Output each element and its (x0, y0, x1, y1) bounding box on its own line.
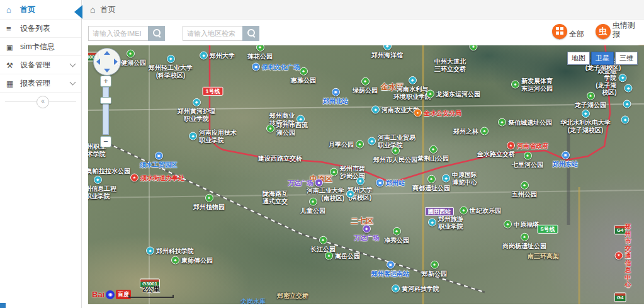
map-marker-park[interactable]: ♣郑新公园 (422, 261, 447, 278)
map-type-satellite[interactable]: 卫星 (591, 52, 614, 65)
map-canvas[interactable]: ♣天健湖公园♣莲花公园◆郑州大学▣保利文化广场◆郑州轻工业大学 (科学校区)♣惠… (88, 45, 644, 304)
sidebar-item-device-mgmt[interactable]: 设备管理 (0, 56, 81, 74)
map-type-control: 地图 卫星 三维 (566, 52, 638, 65)
map-marker-label: 嵩岳公园 (335, 252, 360, 260)
map-marker-park[interactable]: ♣嵩岳公园 (325, 252, 360, 260)
map-marker-park[interactable]: ♣月季公园 (329, 140, 364, 149)
map-marker-school[interactable]: ◆河南农业大学 (371, 106, 419, 114)
map-marker-park[interactable]: ♣郑州市西流 湖公园 (266, 122, 308, 136)
map-marker-badge-red[interactable]: 1号线 (202, 86, 223, 96)
map-marker-school[interactable]: ◆ (621, 116, 630, 124)
map-marker-road-tan[interactable]: 南三环高架 (528, 251, 559, 260)
map-marker-park[interactable]: ♣郑州市人民公园 (373, 147, 417, 164)
map-marker-park[interactable]: ♣新发展体育 东运河公园 (511, 77, 553, 92)
map-marker-road[interactable]: 中州大道北 三环立交桥 (434, 57, 466, 72)
zoom-out-button[interactable]: − (100, 136, 111, 147)
map-marker-poi-red[interactable]: ●金水公安分局 (414, 109, 461, 117)
map-marker-road[interactable]: 陇海路互 通式立交 (263, 189, 288, 205)
sidebar-item-home[interactable]: 首页 (0, 0, 81, 20)
map-type-3d[interactable]: 三维 (615, 52, 638, 65)
map-marker-road[interactable]: 金水路立交桥 (477, 149, 515, 158)
map-marker-park[interactable]: ♣ (470, 45, 478, 51)
map-marker-label: 金水路立交桥 (477, 151, 515, 158)
map-marker-station[interactable]: ▣郑州东站 (553, 151, 578, 168)
map-marker-park[interactable]: ♣龙湖东运河公园 (426, 90, 480, 98)
map-marker-poi-blue[interactable]: ▣须水工贸园区 (140, 152, 178, 169)
sidebar-item-report-mgmt[interactable]: 报表管理 (0, 74, 81, 93)
map-marker-school[interactable]: ◆郑州旅游 职业学院 (428, 215, 463, 230)
imei-search-button[interactable] (148, 26, 165, 41)
zoom-slider-track[interactable] (103, 87, 109, 135)
map-marker-label: 郑州轻工业大学 (科学校区) (149, 64, 193, 79)
map-marker-park[interactable]: ♣郑州之林 (453, 127, 489, 135)
sidebar-item-sim-info[interactable]: sim卡信息 (0, 38, 81, 56)
park-pin-icon: ♣ (460, 207, 468, 215)
map-marker-school[interactable]: ◆ (624, 84, 633, 93)
map-marker-school[interactable]: ◆河南应用技术 职业学院 (189, 129, 237, 144)
map-marker-park[interactable]: ♣紫荆山公园 (417, 145, 449, 163)
map-marker-label: 新发展体育 东运河公园 (521, 77, 553, 92)
legend-all[interactable]: 全部 (552, 24, 584, 39)
map-marker-station[interactable]: ▣郑州站 (376, 179, 405, 187)
map-marker-road-tan[interactable]: 郑密立交桥 (277, 291, 308, 300)
map-marker-park[interactable]: ♣惠雅公园 (291, 67, 316, 84)
map-marker-park[interactable]: ♣郑州植物园 (193, 194, 225, 211)
map-marker-park[interactable]: ♣康师傅公园 (171, 256, 213, 265)
zoom-slider-handle[interactable] (100, 97, 111, 104)
map-marker-school[interactable]: ◆郑州信息工程 职业学院 (88, 176, 116, 200)
map-type-map[interactable]: 地图 (567, 52, 590, 65)
map-marker-bus[interactable]: ▣郑州客运南站 (371, 261, 409, 278)
map-marker-star[interactable]: ★须水街道办事处 (130, 174, 184, 182)
map-marker-label: 河南水利与 环境职业学院 (393, 86, 431, 100)
map-marker-park[interactable]: ♣儿童公园 (300, 198, 325, 215)
map-marker-school[interactable]: ◆华北水利水电大学 (龙子湖校区) (560, 110, 611, 134)
region-search-button[interactable] (242, 26, 259, 41)
map-marker-road[interactable]: 建设西路立交桥 (258, 154, 302, 163)
map-marker-school[interactable]: ◆郑州黄河护理 职业学院 (178, 98, 215, 122)
sidebar-item-device-list[interactable]: 设备列表 (0, 20, 81, 38)
map-marker-park[interactable]: ♣净秀公园 (384, 227, 409, 244)
map-marker-star[interactable]: ★郑州市交通 信息中心 (615, 223, 635, 288)
map-marker-label-white[interactable]: 奥帕拉拉水公园 (88, 166, 130, 175)
map-marker-school[interactable]: ◆郑州轻工业大学 (科学校区) (149, 55, 193, 79)
park-pin-icon: ♣ (393, 227, 401, 236)
map-marker-star[interactable]: ★河南省政府 (507, 142, 548, 150)
poi-blue-pin-icon: ▣ (252, 63, 260, 71)
map-marker-badge-purple[interactable]: 圃田西站 (425, 206, 454, 216)
map-marker-school[interactable]: ◆郑州科技学院 (146, 247, 194, 255)
map-marker-plaza[interactable]: ◆万达广场 (288, 179, 323, 187)
map-marker-park[interactable]: ♣尚岗杨遗址公园 (502, 233, 546, 250)
map-marker-label: 郑州植物园 (193, 203, 225, 211)
park-pin-icon: ♣ (427, 175, 436, 183)
map-marker-station[interactable]: ▣郑州北站 (323, 88, 348, 105)
map-marker-park[interactable]: ♣莲花公园 (247, 45, 273, 60)
map-marker-park[interactable]: ♣七里河公园 (512, 152, 543, 169)
map-marker-badge-green[interactable]: 5号线 (537, 224, 558, 234)
map-marker-school[interactable]: ◆河南水利与 环境职业学院 (393, 76, 431, 100)
map-marker-school[interactable]: ◆黄河科技学院 (392, 285, 439, 293)
baidu-logo: Bai ◉ 百度 (92, 290, 131, 299)
map-marker-label: 莲花公园 (247, 53, 273, 60)
map-marker-shield[interactable]: G4 (614, 291, 626, 302)
legend-pest-report[interactable]: 虫 虫情测报 (596, 21, 635, 39)
map-pan-control[interactable] (93, 48, 121, 76)
map-marker-park[interactable]: ♣龙子湖公园 (575, 92, 606, 109)
map-marker-park[interactable]: ♣长江公园 (310, 236, 336, 253)
map-marker-park[interactable]: ♣五州公园 (512, 181, 537, 198)
map-marker-plaza[interactable]: ◆万达广场 (354, 225, 379, 242)
map-marker-school[interactable]: ◆郑州海洋馆 (371, 45, 403, 59)
map-marker-park[interactable]: ♣中原福塔 (504, 220, 539, 229)
map-marker-park[interactable]: ♣绿荫公园 (353, 77, 378, 94)
map-marker-water-blue[interactable]: 尖岗水库 (240, 297, 266, 304)
imei-search-input[interactable] (88, 26, 148, 41)
map-marker-park[interactable]: ♣祭伯城遗址公园 (498, 118, 552, 127)
map-marker-school[interactable]: ◆ (623, 100, 631, 108)
map-marker-school[interactable]: ◆郑州大学 (200, 52, 235, 60)
region-search-input[interactable] (183, 26, 242, 41)
sidebar-collapse-button[interactable]: « (37, 96, 49, 108)
map-marker-school[interactable]: ◆中原国际 博览中心 (442, 171, 477, 186)
map-marker-label: 郑州客运南站 (371, 270, 409, 278)
zoom-in-button[interactable]: + (100, 76, 111, 87)
map-marker-park[interactable]: ♣世纪欢乐园 (460, 207, 501, 215)
station-pin-icon: ▣ (562, 151, 570, 159)
